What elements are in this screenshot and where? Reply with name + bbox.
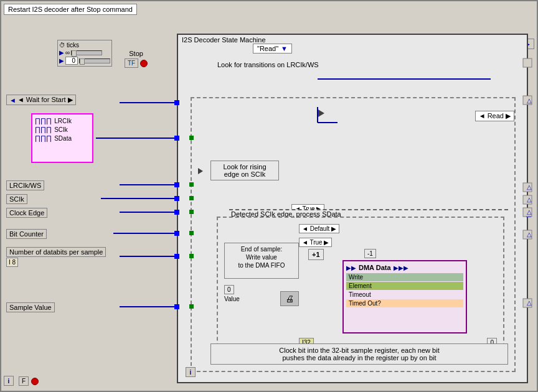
look-transitions-label: Look for transitions on LRCIk/WS — [215, 61, 321, 68]
bit-counter-label[interactable]: Bit Counter — [6, 229, 47, 239]
outer-state-machine-box: I2S Decoder State Machine "Read" ▼ Look … — [177, 34, 528, 383]
read-dropdown-text: "Read" — [257, 45, 278, 52]
wait-arrow-left: ◄ — [9, 96, 16, 104]
dma-timed-out: Timed Out? — [346, 299, 463, 307]
sample-value-text: Sample Value — [9, 304, 52, 311]
increment-box: +1 — [308, 249, 324, 260]
wave-icon-1: ∏∏∏ — [35, 117, 52, 124]
title-bar: Restart I2S decoder after Stop command — [4, 4, 137, 15]
ticks-control: ⏱ ticks ▶ ∞ ▶ 0 — [57, 40, 112, 67]
dma-box: ▶▶ DMA Data ▶▶▶ Write Element Timeout Ti… — [342, 260, 467, 334]
lrclkws-label[interactable]: LRCIk/WS — [6, 180, 44, 190]
minus1-value: -1 — [364, 249, 376, 258]
default-text: ◄ Default ▶ — [302, 225, 336, 232]
stop-label: Stop — [129, 50, 143, 57]
lrclk-label: LRCIk — [54, 118, 72, 124]
dma-arrow: ▶▶ — [346, 264, 356, 271]
true-dropdown-2[interactable]: ◄ True ▶ — [299, 238, 332, 247]
stop-red-dot — [140, 60, 148, 67]
run-f-button[interactable]: F — [19, 376, 29, 386]
stop-area: Stop TF — [125, 50, 148, 68]
sample-value-label[interactable]: Sample Value — [6, 302, 55, 312]
end-sample-text: End of sample: Write value to the DMA FI… — [238, 246, 285, 269]
sclk-label[interactable]: SCIk — [6, 194, 27, 204]
lrclkws-text: LRCIk/WS — [9, 182, 41, 189]
infinity-symbol: ∞ — [65, 49, 70, 56]
ticks-arrow1: ▶ — [59, 49, 64, 56]
wave-icon-3: ∏∏∏ — [35, 134, 52, 142]
end-sample-box: End of sample: Write value to the DMA FI… — [224, 243, 299, 279]
sclk-control: SCIk — [6, 194, 27, 204]
look-edge-label: Look for rising edge on SCIk — [210, 161, 279, 180]
sclk-text: SCIk — [9, 195, 24, 203]
bit-counter-control: Bit Counter — [6, 229, 47, 239]
clock-edge-label[interactable]: Clock Edge — [6, 208, 47, 218]
waveform-block: ∏∏∏ LRCIk ∏∏∏ SCIk ∏∏∏ SData — [31, 113, 93, 163]
run-red-dot — [31, 378, 39, 385]
dma-icon: ▶▶▶ — [394, 264, 408, 271]
dma-write: Write — [346, 273, 463, 281]
dma-timeout: Timeout — [346, 291, 463, 299]
timer-icon: ⏱ — [59, 42, 65, 49]
sample-value-control: Sample Value — [6, 302, 55, 312]
sdata-label: SData — [54, 135, 72, 142]
read-dropdown-arrow: ▼ — [281, 45, 288, 52]
bit-counter-text: Bit Counter — [9, 230, 44, 238]
clock-desc-text: Clock bit into the 32-bit sample registe… — [279, 347, 439, 362]
clock-edge-control: Clock Edge — [6, 208, 47, 218]
num-databits-control: Number of databits per sample I 8 — [6, 247, 106, 266]
num-databits-label: Number of databits per sample — [6, 247, 106, 257]
run-button-area: F — [19, 376, 39, 386]
wait-for-start-control: ◄ ◄ Wait for Start ▶ — [6, 95, 76, 105]
true2-text: ◄ True ▶ — [302, 239, 329, 246]
print-icon-area: 🖨 — [280, 291, 299, 306]
ticks-slider2[interactable] — [79, 58, 110, 63]
diagram-info-icon: i — [186, 367, 196, 377]
ticks-label: ticks — [67, 42, 79, 49]
dma-label: DMA Data — [359, 264, 391, 271]
wait-for-start-label[interactable]: ◄ ◄ Wait for Start ▶ — [6, 95, 76, 105]
i8-value: I 8 — [6, 258, 18, 267]
rising-edge-arrow — [198, 168, 203, 174]
stop-tf-button[interactable]: TF — [125, 58, 138, 68]
read-dropdown[interactable]: "Read" ▼ — [253, 44, 292, 54]
ticks-arrow2: ▶ — [59, 57, 64, 64]
main-window: Restart I2S decoder after Stop command ⏱… — [0, 0, 538, 392]
state-machine-label: I2S Decoder State Machine — [181, 36, 267, 44]
default-dropdown[interactable]: ◄ Default ▶ — [299, 224, 339, 233]
wait-text: ◄ Wait for Start ▶ — [17, 96, 73, 104]
value-zero-1: 0 — [224, 285, 234, 294]
ticks-slider[interactable] — [71, 50, 102, 55]
ticks-value: 0 — [65, 57, 78, 65]
sclk-label: SCIk — [54, 126, 68, 133]
title-text: Restart I2S decoder after Stop command — [8, 6, 133, 13]
inner-box-1: Look for rising edge on SCIk ◄ True ▶ De… — [191, 97, 516, 372]
lrclkws-control: LRCIk/WS — [6, 180, 44, 190]
bottom-info-icon: i — [4, 376, 14, 386]
inner-box-2: ◄ Default ▶ ◄ True ▶ End of sample: Writ… — [217, 217, 504, 360]
clock-edge-text: Clock Edge — [9, 209, 44, 217]
dma-element: Element — [346, 282, 463, 290]
clock-desc-box: Clock bit into the 32-bit sample registe… — [210, 343, 508, 365]
value-label: Value — [224, 296, 240, 302]
wave-icon-2: ∏∏∏ — [35, 126, 52, 133]
